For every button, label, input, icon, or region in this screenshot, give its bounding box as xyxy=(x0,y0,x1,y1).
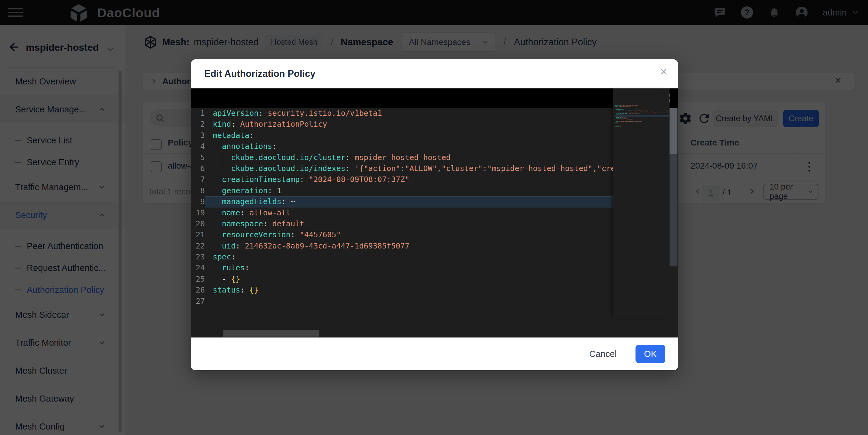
line-number: 6 xyxy=(191,163,205,174)
code-line-8: 8 generation: 1 xyxy=(191,185,613,196)
line-number: 21 xyxy=(191,229,205,240)
fold-gutter xyxy=(205,285,213,296)
fold-gutter xyxy=(205,130,213,141)
minimap[interactable]: 1apiVersion: security.istio.io/v1beta12k… xyxy=(613,89,670,318)
code-text xyxy=(213,296,613,307)
code-text: ckube.daocloud.io/indexes: '{"action":"A… xyxy=(213,163,613,174)
modal-title: Edit Authorization Policy xyxy=(204,68,315,79)
fold-gutter xyxy=(205,252,213,263)
indent-guide xyxy=(222,274,222,285)
code-text: kind: AuthorizationPolicy xyxy=(213,119,613,130)
code-line-24: 24 rules: xyxy=(191,263,613,273)
ok-button[interactable]: OK xyxy=(636,345,665,363)
vertical-scrollbar-thumb[interactable] xyxy=(670,108,677,154)
edit-authorization-policy-modal: Edit Authorization Policy × 1apiVersion:… xyxy=(191,59,678,370)
line-number: 1 xyxy=(191,108,205,119)
code-line-22: 22 uid: 214632ac-8ab9-43cd-a447-1d69385f… xyxy=(191,241,613,252)
code-line-23: 23spec: xyxy=(191,252,613,263)
line-number: 20 xyxy=(191,219,205,229)
code-text: annotations: xyxy=(213,141,613,152)
fold-gutter xyxy=(205,207,213,219)
line-number: 24 xyxy=(191,263,205,273)
code-text: apiVersion: security.istio.io/v1beta1 xyxy=(213,108,613,119)
horizontal-scrollbar-thumb[interactable] xyxy=(223,330,319,337)
code-line-27: 27 xyxy=(615,128,669,129)
code-text: - {} xyxy=(213,274,613,285)
line-number: 22 xyxy=(191,241,205,252)
fold-gutter xyxy=(205,119,213,130)
code-line-3: 3metadata: xyxy=(191,130,613,141)
cancel-button[interactable]: Cancel xyxy=(587,349,618,359)
code-text: namespace: default xyxy=(213,219,613,229)
code-line-5: 5 ckube.daocloud.io/cluster: mspider-hos… xyxy=(191,152,613,163)
code-text: uid: 214632ac-8ab9-43cd-a447-1d69385f507… xyxy=(213,241,613,252)
line-number: 27 xyxy=(191,296,205,307)
indent-guide xyxy=(222,163,222,174)
code-line-21: 21 resourceVersion: "4457605" xyxy=(191,229,613,240)
fold-gutter xyxy=(205,274,213,285)
line-number: 7 xyxy=(191,174,205,185)
code-text: metadata: xyxy=(213,130,613,141)
fold-gutter xyxy=(205,219,213,229)
code-text: spec: xyxy=(213,252,613,263)
line-number: 2 xyxy=(191,119,205,130)
indent-guide xyxy=(222,152,222,163)
code-text: generation: 1 xyxy=(213,185,613,196)
code-line-26: 26status: {} xyxy=(191,285,613,296)
code-line-25: 25 - {} xyxy=(191,274,613,285)
code-text: managedFields: ⋯ xyxy=(213,196,613,207)
modal-footer: Cancel OK xyxy=(191,337,678,370)
code-line-2: 2kind: AuthorizationPolicy xyxy=(191,119,613,130)
line-number: 4 xyxy=(191,141,205,152)
code-text: resourceVersion: "4457605" xyxy=(213,229,613,240)
line-number: 9 xyxy=(191,196,205,207)
fold-gutter xyxy=(205,174,213,185)
fold-gutter xyxy=(205,185,213,196)
code-text: ckube.daocloud.io/cluster: mspider-hoste… xyxy=(213,152,613,163)
code-line-4: 4 annotations: xyxy=(191,141,613,152)
fold-gutter xyxy=(205,163,213,174)
yaml-code-editor[interactable]: 1apiVersion: security.istio.io/v1beta12k… xyxy=(191,89,678,337)
code-line-20: 20 namespace: default xyxy=(191,219,613,229)
code-line-27: 27 xyxy=(191,296,613,307)
fold-icon[interactable]: › xyxy=(205,196,213,207)
code-text: status: {} xyxy=(213,285,613,296)
fold-gutter xyxy=(205,241,213,252)
fold-gutter xyxy=(205,141,213,152)
code-text: rules: xyxy=(213,263,613,273)
fold-gutter xyxy=(205,152,213,163)
editor-toolbar xyxy=(191,89,678,108)
line-number: 23 xyxy=(191,252,205,263)
code-line-19: 19 name: allow-all xyxy=(191,207,613,219)
code-text xyxy=(615,128,669,129)
app-root: DaoCloud ? admin mspider-hosted xyxy=(0,0,868,435)
fold-gutter xyxy=(205,108,213,119)
fold-gutter xyxy=(205,263,213,273)
close-icon[interactable]: × xyxy=(660,66,667,77)
fold-gutter xyxy=(205,229,213,240)
code-line-6: 6 ckube.daocloud.io/indexes: '{"action":… xyxy=(191,163,613,174)
code-area[interactable]: 1apiVersion: security.istio.io/v1beta12k… xyxy=(191,108,613,307)
fold-gutter xyxy=(205,296,213,307)
code-line-1: 1apiVersion: security.istio.io/v1beta1 xyxy=(191,108,613,119)
line-number: 19 xyxy=(191,207,205,219)
line-number: 5 xyxy=(191,152,205,163)
line-number: 8 xyxy=(191,185,205,196)
line-number: 3 xyxy=(191,130,205,141)
code-text: creationTimestamp: "2024-08-09T08:07:37Z… xyxy=(213,174,613,185)
code-line-7: 7 creationTimestamp: "2024-08-09T08:07:3… xyxy=(191,174,613,185)
code-line-9: 9› managedFields: ⋯ xyxy=(191,196,613,207)
minimap-code: 1apiVersion: security.istio.io/v1beta12k… xyxy=(615,105,669,129)
code-text: name: allow-all xyxy=(213,207,613,219)
line-number: 26 xyxy=(191,285,205,296)
line-number: 25 xyxy=(191,274,205,285)
